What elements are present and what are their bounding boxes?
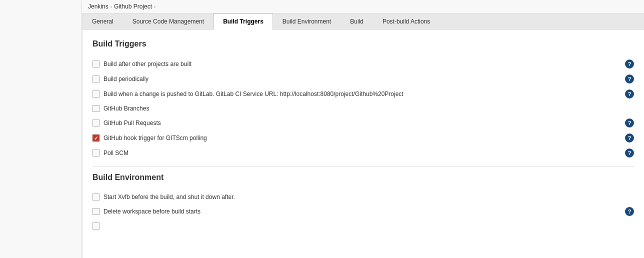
checkbox-xvfb[interactable] xyxy=(92,194,100,200)
sidebar xyxy=(0,0,82,258)
checkbox-build-periodically[interactable] xyxy=(92,76,100,82)
label-github-branches: GitHub Branches xyxy=(104,105,149,112)
option-row-github-pull-requests: GitHub Pull Requests ? xyxy=(92,116,634,130)
tab-build-triggers[interactable]: Build Triggers xyxy=(214,14,273,30)
help-icon-poll-scm[interactable]: ? xyxy=(625,148,634,158)
tab-build-environment[interactable]: Build Environment xyxy=(273,14,340,29)
build-environment-section: Build Environment Start Xvfb before the … xyxy=(92,173,634,233)
option-row-xvfb: Start Xvfb before the build, and shut it… xyxy=(92,190,634,204)
option-row-build-after: Build after other projects are built ? xyxy=(92,56,634,72)
checkbox-delete-workspace[interactable] xyxy=(92,208,100,215)
option-left-build-after: Build after other projects are built xyxy=(92,60,625,68)
build-triggers-title: Build Triggers xyxy=(92,40,634,48)
help-icon-build-periodically[interactable]: ? xyxy=(625,74,634,84)
tab-bar: General Source Code Management Build Tri… xyxy=(82,14,644,30)
tab-post-build-actions[interactable]: Post-build Actions xyxy=(373,14,440,29)
checkbox-gitlab-push[interactable] xyxy=(92,90,100,98)
option-left-env-extra xyxy=(92,222,634,230)
help-icon-gitlab-push[interactable]: ? xyxy=(625,90,634,98)
help-icon-build-after[interactable]: ? xyxy=(625,60,634,68)
checkbox-poll-scm[interactable] xyxy=(92,150,100,156)
label-build-periodically: Build periodically xyxy=(104,76,148,82)
breadcrumb-jenkins[interactable]: Jenkins xyxy=(88,3,108,10)
content-area: Build Triggers Build after other project… xyxy=(82,30,644,239)
option-row-github-branches: GitHub Branches xyxy=(92,102,634,116)
checkbox-build-after[interactable] xyxy=(92,60,100,68)
label-gitlab-push: Build when a change is pushed to GitLab.… xyxy=(104,90,404,98)
option-left-poll-scm: Poll SCM xyxy=(92,150,625,156)
breadcrumb: Jenkins › Github Project › xyxy=(82,0,644,14)
tab-build[interactable]: Build xyxy=(340,14,373,29)
label-github-pull-requests: GitHub Pull Requests xyxy=(104,120,161,126)
option-left-github-branches: GitHub Branches xyxy=(92,105,634,112)
section-divider xyxy=(92,166,634,167)
help-icon-github-hook-trigger[interactable]: ? xyxy=(625,134,634,142)
breadcrumb-sep-2: › xyxy=(154,4,156,10)
breadcrumb-github-project[interactable]: Github Project xyxy=(114,3,152,10)
option-left-delete-workspace: Delete workspace before build starts xyxy=(92,208,625,215)
option-row-delete-workspace: Delete workspace before build starts ? xyxy=(92,204,634,219)
label-github-hook-trigger: GitHub hook trigger for GITScm polling xyxy=(104,134,207,142)
option-left-xvfb: Start Xvfb before the build, and shut it… xyxy=(92,194,634,200)
option-left-gitlab-push: Build when a change is pushed to GitLab.… xyxy=(92,90,625,98)
label-poll-scm: Poll SCM xyxy=(104,150,128,156)
tab-general[interactable]: General xyxy=(82,14,123,29)
label-delete-workspace: Delete workspace before build starts xyxy=(104,208,200,215)
main-container: General Source Code Management Build Tri… xyxy=(82,14,644,258)
option-row-env-extra xyxy=(92,219,634,233)
label-xvfb: Start Xvfb before the build, and shut it… xyxy=(104,194,235,200)
help-icon-delete-workspace[interactable]: ? xyxy=(625,207,634,216)
option-left-github-pull-requests: GitHub Pull Requests xyxy=(92,120,625,126)
checkbox-github-pull-requests[interactable] xyxy=(92,120,100,126)
build-triggers-section: Build Triggers Build after other project… xyxy=(92,40,634,160)
option-row-gitlab-push: Build when a change is pushed to GitLab.… xyxy=(92,86,634,102)
build-environment-title: Build Environment xyxy=(92,173,634,182)
option-left-github-hook-trigger: GitHub hook trigger for GITScm polling xyxy=(92,134,625,142)
option-row-poll-scm: Poll SCM ? xyxy=(92,146,634,160)
checkbox-github-branches[interactable] xyxy=(92,105,100,112)
option-left-build-periodically: Build periodically xyxy=(92,76,625,82)
tab-source-code-management[interactable]: Source Code Management xyxy=(123,14,214,29)
breadcrumb-sep-1: › xyxy=(110,4,112,10)
checkbox-github-hook-trigger[interactable] xyxy=(92,134,100,142)
help-icon-github-pull-requests[interactable]: ? xyxy=(625,118,634,128)
label-build-after: Build after other projects are built xyxy=(104,60,192,68)
checkbox-env-extra[interactable] xyxy=(92,222,100,230)
option-row-github-hook-trigger: GitHub hook trigger for GITScm polling ? xyxy=(92,130,634,146)
option-row-build-periodically: Build periodically ? xyxy=(92,72,634,86)
